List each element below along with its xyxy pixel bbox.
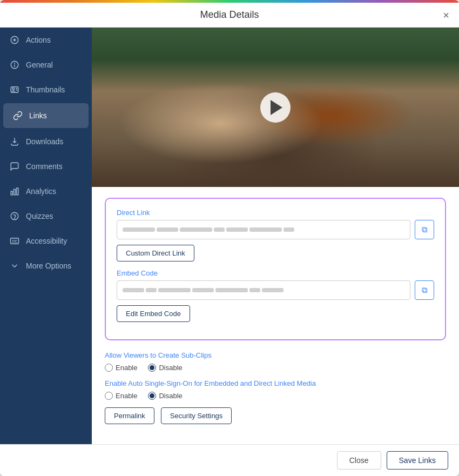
question-circle-icon [9, 210, 21, 222]
dot [157, 227, 178, 232]
close-icon[interactable]: × [443, 10, 449, 21]
sidebar-label-more-options: More Options [26, 262, 71, 270]
sidebar-item-more-options[interactable]: More Options [0, 253, 92, 278]
sidebar: Actions General Thumbnails [0, 28, 92, 444]
permalink-button[interactable]: Permalink [105, 407, 154, 424]
play-button[interactable] [260, 92, 291, 123]
modal-body: Actions General Thumbnails [0, 28, 459, 444]
plus-circle-icon [9, 34, 21, 46]
sidebar-label-links: Links [29, 111, 47, 120]
edit-embed-code-button[interactable]: Edit Embed Code [117, 305, 190, 322]
sub-clips-enable-text: Enable [116, 364, 137, 372]
sidebar-item-downloads[interactable]: Downloads [0, 129, 92, 154]
sidebar-item-comments[interactable]: Comments [0, 154, 92, 179]
dot [215, 288, 248, 292]
sub-clips-radio-group: Enable Disable [105, 364, 446, 372]
dot [226, 227, 248, 232]
sidebar-label-quizzes: Quizzes [26, 212, 53, 220]
info-circle-icon [9, 59, 21, 71]
sub-clips-disable-label[interactable]: Disable [148, 364, 182, 372]
dot [284, 227, 294, 232]
sub-clips-enable-label[interactable]: Enable [105, 364, 137, 372]
copy-embed-icon: ⧉ [422, 285, 428, 295]
sub-clips-disable-text: Disable [159, 364, 182, 372]
sso-enable-label[interactable]: Enable [105, 392, 137, 400]
dot [146, 288, 157, 292]
custom-direct-link-button[interactable]: Custom Direct Link [117, 245, 194, 262]
embed-code-placeholder-dots [123, 288, 284, 292]
svg-point-5 [15, 63, 15, 64]
direct-link-label: Direct Link [117, 209, 434, 217]
direct-link-input[interactable] [117, 220, 410, 239]
svg-point-7 [12, 88, 15, 90]
links-card: Direct Link [105, 198, 446, 340]
dot [123, 288, 144, 292]
sidebar-item-quizzes[interactable]: Quizzes [0, 204, 92, 229]
sub-clips-section: Allow Viewers to Create Sub-Clips Enable… [105, 351, 446, 372]
sidebar-label-general: General [26, 61, 53, 69]
dot [262, 288, 284, 292]
sub-clips-label: Allow Viewers to Create Sub-Clips [105, 351, 446, 359]
security-settings-button[interactable]: Security Settings [161, 407, 232, 424]
sso-enable-radio[interactable] [105, 392, 113, 400]
sidebar-item-links[interactable]: Links [3, 103, 89, 128]
download-icon [9, 136, 21, 148]
svg-point-14 [15, 218, 15, 219]
dot [180, 227, 212, 232]
sso-label: Enable Auto Single-Sign-On for Embedded … [105, 379, 446, 387]
sub-clips-disable-radio[interactable] [148, 364, 156, 372]
link-icon [12, 110, 24, 122]
sub-clips-enable-radio[interactable] [105, 364, 113, 372]
embed-code-input[interactable] [117, 280, 410, 300]
sso-disable-radio[interactable] [148, 392, 156, 400]
dot [249, 227, 282, 232]
sidebar-item-analytics[interactable]: Analytics [0, 179, 92, 204]
direct-link-placeholder-dots [123, 227, 294, 232]
sidebar-item-actions[interactable]: Actions [0, 28, 92, 52]
sidebar-label-actions: Actions [26, 36, 51, 44]
sso-disable-label[interactable]: Disable [148, 392, 182, 400]
media-details-modal: Media Details × Actions General [0, 0, 459, 476]
sidebar-label-downloads: Downloads [26, 137, 63, 146]
copy-icon: ⧉ [422, 225, 428, 234]
copy-direct-link-button[interactable]: ⧉ [415, 220, 434, 239]
embed-code-label: Embed Code [117, 269, 434, 277]
sidebar-item-thumbnails[interactable]: Thumbnails [0, 77, 92, 102]
dot [192, 288, 214, 292]
modal-title: Media Details [200, 9, 259, 21]
svg-text:CC: CC [12, 239, 18, 243]
save-links-button[interactable]: Save Links [387, 451, 448, 470]
sidebar-label-comments: Comments [26, 162, 63, 171]
direct-link-row: ⧉ [117, 220, 434, 239]
close-button[interactable]: Close [337, 451, 381, 470]
video-container [92, 28, 459, 187]
svg-rect-12 [17, 188, 18, 195]
bar-chart-icon [9, 185, 21, 197]
copy-embed-code-button[interactable]: ⧉ [415, 280, 434, 300]
sidebar-label-thumbnails: Thumbnails [26, 85, 65, 94]
svg-rect-11 [14, 189, 16, 195]
modal-footer: Close Save Links [0, 444, 459, 476]
dot [123, 227, 155, 232]
modal-header: Media Details × [0, 3, 459, 28]
chevron-down-icon [9, 260, 21, 272]
sso-section: Enable Auto Single-Sign-On for Embedded … [105, 379, 446, 400]
sso-enable-text: Enable [116, 392, 137, 400]
links-content: Direct Link [92, 187, 459, 443]
video-section: Direct Link [92, 28, 459, 444]
sidebar-label-analytics: Analytics [26, 187, 56, 196]
dot [158, 288, 191, 292]
sso-radio-group: Enable Disable [105, 392, 446, 400]
sso-disable-text: Disable [159, 392, 182, 400]
svg-rect-10 [11, 191, 12, 195]
chat-icon [9, 160, 21, 172]
embed-code-row: ⧉ [117, 280, 434, 300]
sidebar-label-accessibility: Accessibility [26, 237, 67, 245]
sidebar-item-general[interactable]: General [0, 52, 92, 77]
sidebar-item-accessibility[interactable]: CC Accessibility [0, 229, 92, 253]
permalink-security-row: Permalink Security Settings [105, 407, 446, 432]
cc-icon: CC [9, 235, 21, 247]
dot [214, 227, 225, 232]
dot [249, 288, 260, 292]
user-card-icon [9, 84, 21, 96]
